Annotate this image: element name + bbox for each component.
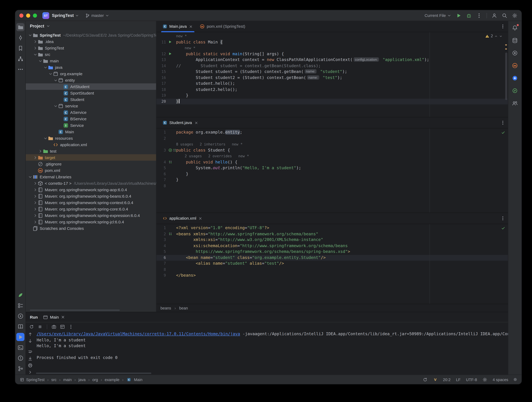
caret-position-widget[interactable]: 20:2: [443, 377, 451, 382]
inspections-ok-widget[interactable]: [501, 130, 505, 136]
endpoints-tool-button[interactable]: [511, 49, 519, 57]
structure-tool-button[interactable]: [16, 55, 25, 63]
tree-item-main[interactable]: main: [26, 58, 156, 64]
run-icon[interactable]: [168, 40, 172, 44]
run-tab-main[interactable]: Main: [42, 312, 67, 322]
project-tree-hscrollbar[interactable]: [30, 309, 120, 311]
console-hscrollbar[interactable]: [36, 372, 151, 374]
chevron-down-icon[interactable]: [43, 136, 48, 141]
editor-scrollbar[interactable]: [505, 53, 507, 100]
close-icon[interactable]: [198, 216, 203, 221]
tab-student-java[interactable]: CStudent.java: [159, 117, 202, 128]
more-actions-button[interactable]: [476, 13, 482, 18]
status-breadcrumb-item[interactable]: main: [63, 377, 72, 382]
chevron-right-icon[interactable]: [33, 155, 38, 160]
tree-item-springtest[interactable]: SpringTest~/Desktop/CS/JavaEE/2 Java Spr…: [26, 32, 156, 38]
chevron-down-icon[interactable]: [28, 33, 32, 37]
settings-button[interactable]: [512, 13, 517, 18]
editor-body[interactable]: new *11public class Main { new *12 publi…: [156, 32, 508, 117]
tree-item-service[interactable]: service: [26, 103, 156, 109]
tree-item-maven-org-springframework-spring-expression-6-0-4[interactable]: Maven: org.springframework:spring-expres…: [26, 212, 156, 219]
run-configuration-widget[interactable]: Current File: [424, 13, 451, 18]
breadcrumb-item[interactable]: bean: [179, 306, 188, 310]
status-breadcrumb-item[interactable]: src: [51, 377, 57, 382]
editor-options-icon[interactable]: [500, 24, 505, 29]
status-breadcrumb-item[interactable]: org: [92, 377, 98, 382]
screenshot-button[interactable]: [51, 324, 56, 329]
spring-config-icon[interactable]: [168, 232, 172, 236]
project-widget[interactable]: SpringTest: [52, 13, 79, 18]
tree-item-student[interactable]: CStudent: [26, 96, 156, 103]
debug-button[interactable]: [466, 13, 472, 18]
version-control-tool-button[interactable]: [16, 365, 25, 373]
close-icon[interactable]: [194, 121, 198, 125]
tree-item-java[interactable]: java: [26, 64, 156, 71]
run-icon[interactable]: [168, 52, 172, 56]
ai-assistant-tool-button[interactable]: [511, 74, 519, 82]
editor-options-icon[interactable]: [500, 216, 505, 221]
search-everywhere-button[interactable]: [502, 13, 507, 18]
zoom-window-button[interactable]: [33, 13, 37, 18]
chevron-right-icon[interactable]: [38, 149, 43, 153]
commit-tool-button[interactable]: [16, 34, 25, 42]
close-window-button[interactable]: [19, 13, 23, 18]
minimize-window-button[interactable]: [26, 13, 30, 18]
console-options-button[interactable]: [69, 324, 73, 329]
services-tool-button[interactable]: [16, 312, 25, 320]
user-account-button[interactable]: [492, 13, 497, 18]
spring-bean-icon[interactable]: [168, 148, 172, 152]
chevron-right-icon[interactable]: [33, 181, 38, 186]
tree-item-springtest[interactable]: SpringTest: [26, 45, 156, 51]
chevron-down-icon[interactable]: [53, 104, 58, 108]
bookmarks-tool-button[interactable]: [16, 44, 25, 52]
indent-widget[interactable]: 4 spaces: [493, 377, 508, 382]
tree-item-maven-org-springframework-spring-jcl-6-0-4[interactable]: Maven: org.springframework:spring-jcl:6.…: [26, 219, 156, 225]
status-breadcrumb-item[interactable]: example: [105, 377, 120, 382]
close-icon[interactable]: [61, 315, 65, 319]
tree-item-target[interactable]: target: [26, 154, 156, 161]
status-breadcrumb-item[interactable]: Main: [134, 377, 142, 382]
chevron-down-icon[interactable]: [43, 65, 48, 70]
chev-down-icon[interactable]: [499, 34, 502, 38]
breadcrumb-item[interactable]: beans: [160, 306, 171, 310]
spring-tool-button[interactable]: [16, 291, 25, 299]
background-tasks-dot[interactable]: [514, 378, 517, 381]
todo-tool-button[interactable]: [16, 301, 25, 309]
tree-item-aservice[interactable]: CAService: [26, 109, 156, 116]
database-tool-button[interactable]: [511, 36, 519, 44]
close-icon[interactable]: [189, 24, 193, 29]
tree-item-external-libraries[interactable]: External Libraries: [26, 173, 156, 180]
chevron-down-icon[interactable]: [53, 78, 58, 82]
chevron-right-icon[interactable]: [33, 194, 38, 198]
tree-item-scratches-and-consoles[interactable]: Scratches and Consoles: [26, 225, 156, 232]
run-tool-button[interactable]: [16, 333, 25, 341]
collapse-button[interactable]: [28, 370, 32, 375]
chevron-right-icon[interactable]: [33, 200, 38, 205]
chevron-right-icon[interactable]: [33, 207, 38, 211]
chevron-down-icon[interactable]: [33, 52, 38, 57]
collaboration-tool-button[interactable]: [511, 99, 519, 107]
tree-item-service[interactable]: IService: [26, 122, 156, 129]
chevron-right-icon[interactable]: [33, 220, 38, 224]
tree-item-entity[interactable]: entity: [26, 77, 156, 83]
project-tool-button[interactable]: [16, 23, 25, 31]
tree-item-idea[interactable]: .idea: [26, 38, 156, 45]
tree-item-gitignore[interactable]: .gitignore: [26, 161, 156, 167]
chevron-right-icon[interactable]: [33, 39, 38, 44]
print-button[interactable]: [28, 363, 32, 368]
editor-body[interactable]: 1<?xml version="1.0" encoding="UTF-8"?>2…: [156, 224, 508, 304]
sync-status-icon[interactable]: [423, 377, 427, 382]
chevron-down-icon[interactable]: [38, 58, 43, 63]
tree-item-test[interactable]: test: [26, 148, 156, 154]
tab-main-java[interactable]: CMain.java: [159, 21, 197, 32]
tree-item-resources[interactable]: resources: [26, 135, 156, 141]
tree-item-sportstudent[interactable]: CSportStudent: [26, 90, 156, 96]
scroll-to-end-button[interactable]: [28, 356, 32, 361]
tab-pom-xml[interactable]: mpom.xml (SpringTest): [197, 21, 249, 32]
status-breadcrumb-item[interactable]: SpringTest: [26, 377, 44, 382]
console-output[interactable]: /Users/eve/Library/Java/JavaVirtualMachi…: [35, 331, 508, 375]
tree-item-maven-org-springframework-spring-context-6-0-4[interactable]: Maven: org.springframework:spring-contex…: [26, 199, 156, 206]
line-separator-widget[interactable]: LF: [456, 377, 461, 382]
prev-occurrence-button[interactable]: [28, 332, 32, 337]
inspections-ok-widget[interactable]: [501, 226, 505, 231]
